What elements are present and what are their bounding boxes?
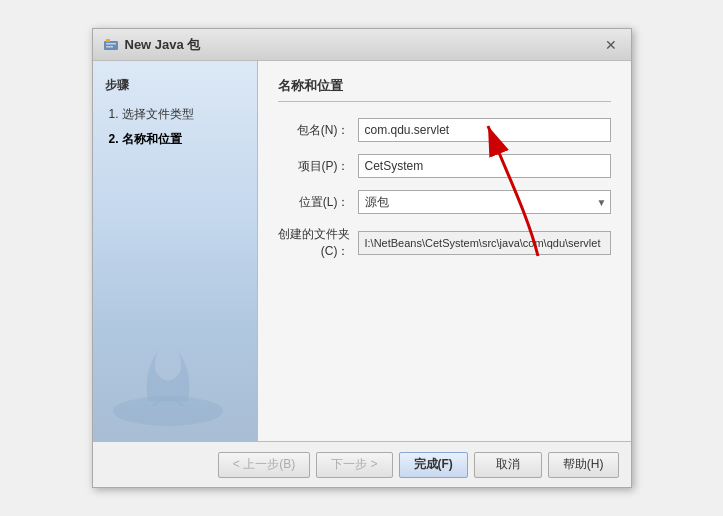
close-button[interactable]: ✕ — [601, 35, 621, 55]
folder-path: I:\NetBeans\CetSystem\src\java\com\qdu\s… — [358, 231, 611, 255]
cancel-button[interactable]: 取消 — [474, 452, 542, 478]
svg-rect-0 — [104, 41, 118, 50]
section-title: 名称和位置 — [278, 77, 611, 102]
project-row: 项目(P)： — [278, 154, 611, 178]
folder-row: 创建的文件夹(C)： I:\NetBeans\CetSystem\src\jav… — [278, 226, 611, 260]
location-select[interactable]: 源包 — [358, 190, 611, 214]
dialog-window: New Java 包 ✕ 步骤 1. 选择文件类型 2. 名称和位置 — [92, 28, 632, 488]
dialog-body: 步骤 1. 选择文件类型 2. 名称和位置 名称和位置 包名(N)： — [93, 61, 631, 441]
main-content: 名称和位置 包名(N)： 项目(P)： 位置(L)： 源包 ▼ — [258, 61, 631, 441]
title-bar: New Java 包 ✕ — [93, 29, 631, 61]
package-row: 包名(N)： — [278, 118, 611, 142]
sidebar-item-2: 2. 名称和位置 — [105, 129, 245, 150]
location-label: 位置(L)： — [278, 194, 358, 211]
dialog-title: New Java 包 — [125, 36, 201, 54]
step2-label: 名称和位置 — [122, 132, 182, 146]
back-button[interactable]: < 上一步(B) — [218, 452, 310, 478]
sidebar-title: 步骤 — [105, 77, 245, 94]
svg-rect-3 — [106, 46, 113, 48]
help-button[interactable]: 帮助(H) — [548, 452, 619, 478]
svg-rect-2 — [106, 43, 116, 45]
project-input[interactable] — [358, 154, 611, 178]
location-select-wrapper: 源包 ▼ — [358, 190, 611, 214]
package-label: 包名(N)： — [278, 122, 358, 139]
java-watermark — [103, 321, 233, 431]
title-bar-left: New Java 包 — [103, 36, 201, 54]
next-button[interactable]: 下一步 > — [316, 452, 392, 478]
step1-label: 选择文件类型 — [122, 107, 194, 121]
sidebar: 步骤 1. 选择文件类型 2. 名称和位置 — [93, 61, 258, 441]
dialog-footer: < 上一步(B) 下一步 > 完成(F) 取消 帮助(H) — [93, 441, 631, 487]
folder-label: 创建的文件夹(C)： — [278, 226, 358, 260]
finish-button[interactable]: 完成(F) — [399, 452, 468, 478]
project-label: 项目(P)： — [278, 158, 358, 175]
package-input[interactable] — [358, 118, 611, 142]
location-row: 位置(L)： 源包 ▼ — [278, 190, 611, 214]
step2-number: 2. — [109, 132, 119, 146]
svg-rect-1 — [106, 39, 110, 42]
java-package-icon — [103, 37, 119, 53]
sidebar-item-1: 1. 选择文件类型 — [105, 104, 245, 125]
step1-number: 1. — [109, 107, 119, 121]
